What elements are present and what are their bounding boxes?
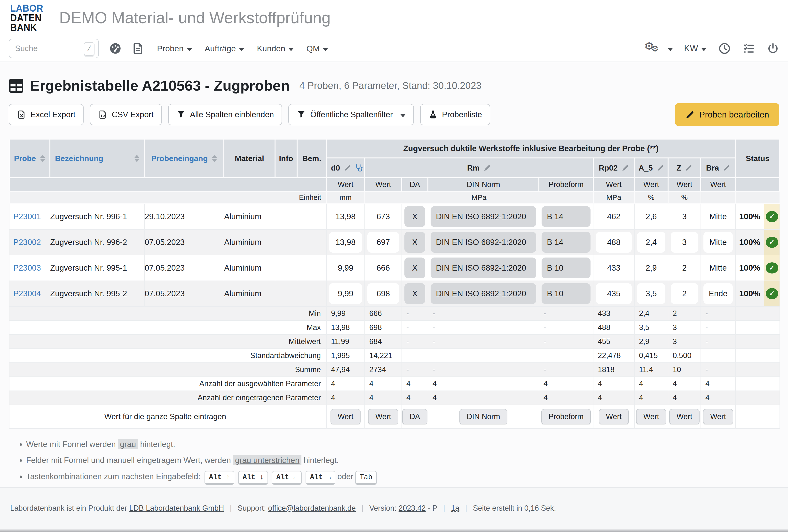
menu-qm[interactable]: QM [306, 44, 328, 53]
rp02-cell: 462 [593, 203, 634, 230]
fill-column-button[interactable]: Wert [636, 409, 666, 425]
show-all-columns-button[interactable]: Alle Spalten einblenden [168, 104, 282, 125]
formula-field[interactable]: B 10 [541, 257, 591, 278]
value-input[interactable]: 3 [671, 232, 698, 253]
value-input[interactable]: 13,98 [329, 232, 362, 253]
company-link[interactable]: LDB Labordatenbank GmbH [129, 504, 224, 513]
probenliste-button[interactable]: Probenliste [420, 104, 490, 125]
excel-export-button[interactable]: Excel Export [9, 104, 84, 125]
probe-link[interactable]: P23002 [9, 238, 41, 247]
kw-dropdown[interactable]: KW [684, 43, 707, 54]
pencil-icon[interactable] [723, 164, 730, 172]
col-header-probeneingang[interactable]: Probeneingang [144, 139, 224, 178]
bem-cell [297, 281, 327, 307]
search-shortcut-key: / [84, 42, 95, 56]
stat-value: - [402, 349, 428, 363]
formula-field[interactable]: DIN EN ISO 6892-1:2020 [431, 257, 536, 278]
unit-mpa: MPa [365, 191, 593, 203]
menu-auftraege[interactable]: Aufträge [205, 44, 244, 53]
edit-samples-button[interactable]: Proben bearbeiten [675, 103, 779, 126]
probe-link[interactable]: P23004 [9, 289, 41, 298]
revision-link[interactable]: 1a [451, 504, 459, 513]
z-cell: 3 [668, 203, 701, 230]
col-header-material: Material [224, 139, 275, 178]
clock-icon[interactable] [718, 42, 731, 55]
rm-cell: 666 [365, 255, 402, 281]
pencil-icon[interactable] [685, 164, 692, 172]
value-input[interactable]: 435 [596, 283, 632, 304]
formula-field[interactable]: B 14 [541, 232, 591, 253]
fill-column-button[interactable]: Probeform [541, 409, 591, 425]
value-input[interactable]: Mitte [704, 206, 733, 227]
formula-field[interactable]: DIN EN ISO 6892-1:2020 [431, 232, 536, 253]
formula-field[interactable]: X [405, 232, 425, 253]
stethoscope-icon[interactable] [355, 163, 364, 172]
formula-field[interactable]: B 10 [541, 283, 591, 304]
value-input[interactable]: Mitte [704, 257, 733, 278]
value-input[interactable]: 488 [596, 232, 632, 253]
formula-field[interactable]: X [405, 257, 425, 278]
value-input[interactable]: 433 [596, 257, 632, 278]
public-column-filter-button[interactable]: Öffentliche Spaltenfilter [288, 104, 414, 125]
value-input[interactable]: 2,9 [637, 257, 665, 278]
csv-export-button[interactable]: CSV Export [90, 104, 162, 125]
value-input[interactable]: 9,99 [329, 283, 362, 304]
status-cell: ✓ [764, 230, 780, 255]
stat-label: Standardabweichung [9, 349, 327, 363]
value-input[interactable]: 2,4 [637, 232, 665, 253]
support-email-link[interactable]: office@labordatenbank.de [268, 504, 356, 513]
fill-column-button[interactable]: Wert [331, 409, 361, 425]
probe-link[interactable]: P23001 [9, 212, 41, 221]
labordatenbank-logo[interactable]: LABOR DATEN BANK [10, 3, 43, 32]
unit-percent: % [634, 191, 668, 203]
formula-field[interactable]: DIN EN ISO 6892-1:2020 [431, 206, 536, 227]
stat-empty [735, 349, 780, 363]
formula-field[interactable]: DIN EN ISO 6892-1:2020 [431, 283, 536, 304]
value-input[interactable]: 666 [367, 257, 399, 278]
col-header-bezeichnung[interactable]: Bezeichnung [50, 139, 144, 178]
pencil-icon[interactable] [657, 164, 664, 172]
value-input[interactable]: 673 [367, 206, 399, 227]
d0-cell: 9,99 [327, 281, 365, 307]
value-input[interactable]: 13,98 [329, 206, 362, 227]
fill-column-button[interactable]: DA [402, 409, 427, 425]
stat-value: - [402, 307, 428, 320]
version-link[interactable]: 2023.42 [399, 504, 426, 513]
settings-menu[interactable]: ⚙⚙ [644, 41, 673, 56]
power-icon[interactable] [767, 42, 779, 55]
tasks-icon[interactable] [743, 42, 755, 55]
search-input[interactable] [15, 44, 70, 53]
value-input[interactable]: 3,5 [637, 283, 665, 304]
value-input[interactable]: Mitte [704, 232, 733, 253]
formula-field[interactable]: X [405, 283, 425, 304]
fill-column-button[interactable]: Wert [599, 409, 629, 425]
formula-field[interactable]: B 14 [541, 206, 591, 227]
pencil-icon[interactable] [344, 164, 351, 172]
col-header-probe[interactable]: Probe [9, 139, 50, 178]
pencil-icon[interactable] [622, 164, 629, 172]
value-input[interactable]: 9,99 [329, 257, 362, 278]
probe-link[interactable]: P23003 [9, 263, 41, 272]
value-input[interactable]: 697 [367, 232, 399, 253]
value-input[interactable]: 2 [671, 257, 698, 278]
col-header-bem: Bem. [297, 139, 327, 178]
stat-value: 2,9 [634, 335, 668, 349]
kbd-alt-up: Alt ↑ [204, 471, 234, 485]
fill-column-button[interactable]: Wert [669, 409, 700, 425]
formula-field[interactable]: X [405, 206, 425, 227]
dashboard-icon[interactable] [109, 42, 122, 55]
value-input[interactable]: 462 [596, 206, 632, 227]
menu-kunden[interactable]: Kunden [257, 44, 294, 53]
fill-column-button[interactable]: Wert [368, 409, 398, 425]
pencil-icon[interactable] [484, 164, 491, 172]
fill-column-button[interactable]: Wert [703, 409, 733, 425]
value-input[interactable]: Ende [704, 283, 733, 304]
value-input[interactable]: 698 [367, 283, 399, 304]
document-icon[interactable] [132, 42, 144, 55]
value-input[interactable]: 2,6 [637, 206, 665, 227]
column-fill-row: Wert für die ganze Spalte eintragenWertW… [9, 405, 780, 429]
value-input[interactable]: 3 [671, 206, 698, 227]
menu-proben[interactable]: Proben [157, 44, 192, 53]
fill-column-button[interactable]: DIN Norm [459, 409, 507, 425]
value-input[interactable]: 2 [671, 283, 698, 304]
